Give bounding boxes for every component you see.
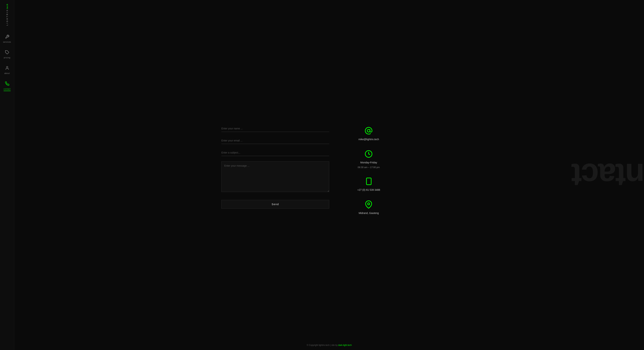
subject-field-group xyxy=(222,149,329,156)
message-textarea[interactable] xyxy=(222,161,329,192)
contact-layout: Send mike@lightrix.tech xyxy=(222,125,437,215)
contact-location-item: Midrand, Gauteng xyxy=(359,199,379,215)
sidebar-item-pricing[interactable]: pricing xyxy=(4,50,10,59)
sidebar-item-pricing-label: pricing xyxy=(4,57,10,59)
name-input[interactable] xyxy=(222,125,329,132)
svg-point-2 xyxy=(367,129,370,132)
contact-form: Send xyxy=(222,125,329,209)
sidebar-item-contact-label: contact xyxy=(4,88,10,90)
contact-location-value: Midrand, Gauteng xyxy=(359,211,379,215)
sidebar-item-contact[interactable]: contact xyxy=(4,82,10,91)
svg-point-1 xyxy=(6,66,8,68)
clock-icon xyxy=(363,148,374,159)
location-icon xyxy=(363,199,374,210)
contact-hours-time: 08:30 am – 17:00 pm xyxy=(358,166,380,168)
logo-tech: tech xyxy=(6,4,8,9)
sidebar-nav: services pricing about xyxy=(3,35,11,346)
contact-email-item: mike@lightrix.tech xyxy=(358,125,379,141)
contact-hours-item: Monday-Friday 08:30 am – 17:00 pm xyxy=(358,148,380,168)
sidebar-item-about-label: about xyxy=(4,72,10,74)
footer-link[interactable]: dark-light.tech xyxy=(338,344,352,346)
mobile-icon xyxy=(363,176,374,187)
at-icon xyxy=(363,125,374,136)
main-content: Contact Send xyxy=(14,0,644,350)
contact-hours-days: Monday-Friday xyxy=(360,161,377,164)
email-input[interactable] xyxy=(222,137,329,144)
contact-info-panel: mike@lightrix.tech Monday-Friday 08:30 a… xyxy=(351,125,387,215)
footer-copyright: © Copyright lightrix.tech | site by xyxy=(307,344,338,346)
contact-phone-value: +27 (0) 61 539 3488 xyxy=(358,188,380,192)
phone-icon xyxy=(5,82,9,87)
sidebar-item-about[interactable]: about xyxy=(4,66,10,74)
tag-icon xyxy=(5,50,9,56)
subject-input[interactable] xyxy=(222,149,329,156)
logo-area: tech LIGHTRIX xyxy=(6,4,8,26)
contact-phone-item: +27 (0) 61 539 3488 xyxy=(358,176,380,192)
page-footer: © Copyright lightrix.tech | site by dark… xyxy=(14,340,644,350)
logo-brand: LIGHTRIX xyxy=(6,9,8,26)
person-icon xyxy=(5,66,9,71)
sidebar: tech LIGHTRIX services pricing xyxy=(0,0,14,350)
wrench-icon xyxy=(5,35,9,40)
email-field-group xyxy=(222,137,329,144)
contact-email-value: mike@lightrix.tech xyxy=(358,137,379,141)
sidebar-item-services-label: services xyxy=(3,41,11,43)
message-field-group xyxy=(222,161,329,193)
name-field-group xyxy=(222,125,329,132)
send-button[interactable]: Send xyxy=(222,200,329,209)
sidebar-item-services[interactable]: services xyxy=(3,35,11,43)
svg-point-6 xyxy=(368,203,370,205)
content-area: Send mike@lightrix.tech xyxy=(14,0,644,340)
